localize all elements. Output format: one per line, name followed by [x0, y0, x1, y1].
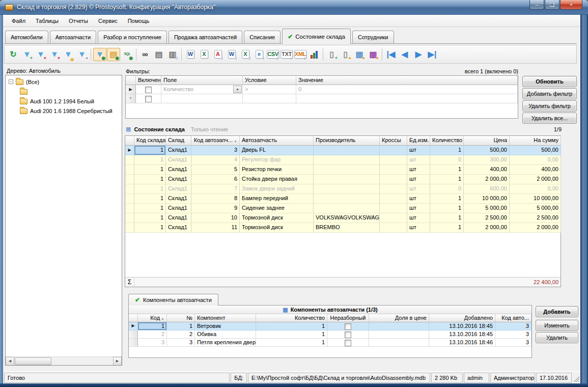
grid-cell[interactable]: шт	[407, 165, 430, 175]
grid-header-cell[interactable]: На сумму	[510, 136, 561, 146]
grid-cell[interactable]: Склад1	[166, 204, 191, 213]
grid-cell[interactable]: 2 000,00	[510, 223, 561, 233]
grid-cell[interactable]: Замок двери задний	[240, 184, 314, 194]
add-filter-button[interactable]: Добавить фильтр	[522, 88, 577, 99]
checkbox[interactable]	[345, 323, 351, 330]
table-row[interactable]: 1Склад16Стойка двери праваяшт12 000,002 …	[125, 175, 561, 184]
refresh-button[interactable]: ↻	[7, 48, 20, 61]
grid-cell[interactable]: 400,00	[464, 165, 510, 175]
tab-Разбор и поступление[interactable]: Разбор и поступление	[98, 31, 167, 43]
open-in-excel-button[interactable]: X	[198, 48, 211, 61]
menu-item[interactable]: Помощь	[123, 16, 154, 25]
grid-header-cell[interactable]	[129, 314, 138, 322]
delete-component-button[interactable]: Удалить	[536, 332, 578, 343]
grid-cell[interactable]: 2 000,00	[464, 175, 510, 184]
checkbox[interactable]	[145, 87, 152, 93]
grid-cell[interactable]: 3	[495, 330, 531, 339]
grid-header-cell[interactable]	[126, 76, 136, 85]
tab-Состояние склада[interactable]: ✔Состояние склада	[282, 29, 351, 44]
grid-header-cell[interactable]	[125, 136, 134, 146]
tab-components[interactable]: ✔ Компоненты автозапчасти	[128, 294, 218, 306]
grid-cell[interactable]: 7	[191, 184, 240, 194]
grid-cell[interactable]: шт	[407, 194, 430, 204]
grid-cell[interactable]: Склад1	[166, 165, 191, 175]
show-sql-button[interactable]: SQL◉	[121, 48, 134, 61]
grid-cell[interactable]: 1	[134, 223, 166, 233]
row-properties-button[interactable]: ▯●	[339, 48, 352, 61]
grid-cell[interactable]: Ветровик	[195, 322, 256, 330]
grid-cell[interactable]: Петля крепления двери	[195, 339, 256, 347]
grid-cell[interactable]	[296, 94, 518, 103]
grid-cell[interactable]: шт	[407, 204, 430, 213]
grid-cell[interactable]: Сидение заднее	[240, 204, 314, 213]
grid-header-cell[interactable]: Код авто...	[495, 314, 531, 322]
close-button[interactable]: ×	[560, 0, 582, 10]
grid-cell[interactable]: Склад1	[166, 146, 191, 155]
grid-cell[interactable]: 1	[134, 165, 166, 175]
grid-cell[interactable]	[380, 194, 407, 204]
grid-cell[interactable]: Регулятор фар	[240, 155, 314, 165]
grid-cell[interactable]: 5 000,00	[464, 204, 510, 213]
grid-cell[interactable]	[380, 146, 407, 155]
grid-cell[interactable]: 1	[167, 322, 195, 330]
filter-delete-button[interactable]: ▼×	[34, 48, 47, 61]
grid-cell[interactable]: BREMBO	[314, 223, 380, 233]
row-counter-button[interactable]: ▯+	[325, 48, 339, 61]
grid-cell[interactable]: 3	[167, 339, 195, 347]
export-csv-button[interactable]: CSV↓	[266, 48, 279, 61]
grid-header-cell[interactable]: Значение	[296, 76, 518, 85]
filter-delete-all-button[interactable]: ▼×	[48, 48, 61, 61]
grid-cell[interactable]: >	[243, 85, 296, 94]
grid-cell[interactable]	[314, 155, 380, 165]
tree-item[interactable]: Audi 200 1.6 1988 Серебристый	[6, 106, 122, 116]
grid-cell[interactable]: 1	[256, 339, 327, 347]
grid-cell[interactable]: шт	[407, 175, 430, 184]
grid-header-cell[interactable]: Цена	[464, 136, 510, 146]
grid-cell[interactable]: 1	[134, 194, 166, 204]
nav-first-button[interactable]: |◀	[384, 48, 398, 61]
expander-icon[interactable]: -	[9, 79, 13, 84]
grid-cell[interactable]	[369, 322, 429, 330]
grid-cell[interactable]	[369, 339, 429, 347]
search-button[interactable]: ∞	[138, 48, 152, 61]
table-row[interactable]: 1Склад18Бампер переднийшт110 000,0010 00…	[125, 194, 561, 204]
nav-prev-button[interactable]: ◀	[398, 48, 411, 61]
grid-cell[interactable]: 0	[296, 85, 518, 94]
tab-Сотрудники[interactable]: Сотрудники	[352, 31, 394, 43]
dropdown-icon[interactable]: ▼	[233, 86, 242, 93]
table-row[interactable]: 33Петля крепления двери113.10.2016 18:46…	[129, 339, 531, 347]
filter-save-button[interactable]: ▼▪	[75, 48, 89, 61]
export-html-button[interactable]: e↓	[253, 48, 266, 61]
grid-cell[interactable]	[327, 339, 369, 347]
grid-cell[interactable]: 600,00	[464, 184, 510, 194]
grid-cell[interactable]: шт	[407, 184, 430, 194]
grid-cell[interactable]: 1	[430, 146, 464, 155]
filter-row[interactable]: ▶Количество▼>0	[126, 85, 518, 94]
table-row[interactable]: 1Склад111Тормозной дискBREMBOшт12 000,00…	[125, 223, 561, 233]
grid-cell[interactable]: 2 500,00	[464, 213, 510, 223]
grid-header-cell[interactable]: Добавлено	[429, 314, 495, 322]
grid-cell[interactable]: 0,00	[510, 184, 561, 194]
grid-cell[interactable]	[314, 204, 380, 213]
grid-cell[interactable]: 1	[256, 330, 327, 339]
grid-cell[interactable]	[380, 213, 407, 223]
table-row[interactable]: ▶11Ветровик113.10.2016 18:453	[129, 322, 531, 330]
grid-cell[interactable]: Склад1	[166, 184, 191, 194]
grid-cell[interactable]: Количество▼	[161, 85, 243, 94]
grid-cell[interactable]: 5 000,00	[510, 204, 561, 213]
grid-header-cell[interactable]: Склад	[166, 136, 191, 146]
tree-item[interactable]: Audi 100 1.2 1994 Белый	[6, 96, 122, 106]
grid-header-cell[interactable]: Включен	[136, 76, 161, 85]
nav-last-button[interactable]: ▶|	[426, 48, 439, 61]
tree-horizontal-scrollbar[interactable]: ◀ ▶	[6, 356, 122, 365]
grid-cell[interactable]	[136, 85, 161, 94]
export-excel-button[interactable]: X↓	[239, 48, 252, 61]
grid-cell[interactable]: 1	[134, 175, 166, 184]
grid-cell[interactable]	[314, 146, 380, 155]
grid-header-cell[interactable]: Компонент	[195, 314, 256, 322]
table-row[interactable]: 1Склад14Регулятор фаршт0300,000,00	[125, 155, 561, 165]
delete-all-filters-button[interactable]: Удалить все...	[522, 113, 577, 124]
grid-cell[interactable]: 400,00	[510, 165, 561, 175]
tab-Списание[interactable]: Списание	[244, 31, 281, 43]
grid-cell[interactable]: 3	[495, 322, 531, 330]
